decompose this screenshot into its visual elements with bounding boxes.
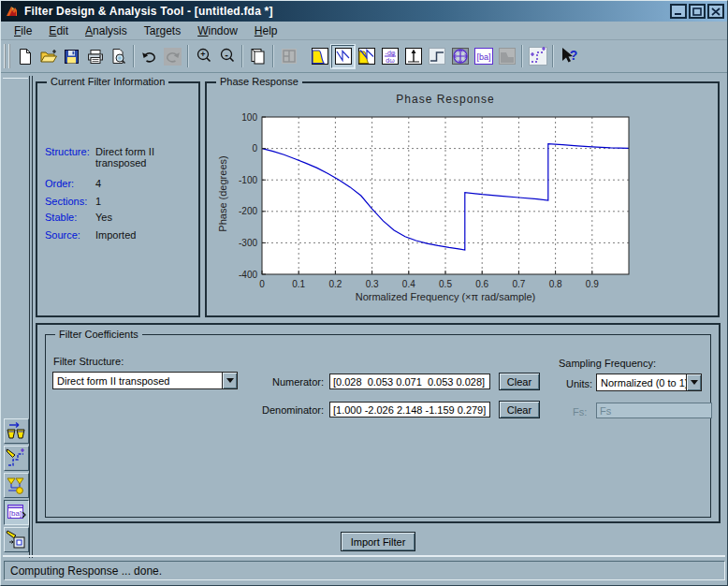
phase-response-chart[interactable]: 00.10.20.30.40.50.60.70.80.91000-100-200…: [228, 113, 659, 300]
svg-text:[ba]: [ba]: [476, 52, 490, 62]
svg-text:?: ?: [569, 48, 577, 63]
sidebar-set-quantization-button[interactable]: [4, 446, 29, 471]
zoom-out-button[interactable]: -: [215, 45, 239, 68]
save-icon: [63, 48, 80, 66]
sidebar-design-filter-button[interactable]: [4, 473, 29, 498]
fs-label: Fs:: [573, 406, 587, 418]
filter-coefficients-groupbox: Filter Coefficients Filter Structure: Di…: [45, 334, 711, 518]
svg-text:0.3: 0.3: [366, 279, 379, 289]
svg-text:[ba]: [ba]: [9, 509, 22, 518]
menu-help[interactable]: Help: [247, 22, 285, 39]
chart-title: Phase Response: [396, 93, 494, 106]
maximize-icon: [692, 7, 702, 16]
matlab-logo-icon: [5, 4, 21, 19]
toolbar-grip[interactable]: [4, 44, 10, 68]
filter-coefficients-title: Filter Coefficients: [55, 329, 142, 340]
current-filter-info-title: Current Filter Information: [47, 76, 168, 87]
svg-text:0.6: 0.6: [475, 279, 488, 289]
close-button[interactable]: [707, 4, 724, 19]
group-delay-button[interactable]: -dφ dω: [378, 45, 401, 68]
menu-targets[interactable]: Targets: [137, 22, 188, 39]
design-filter-icon: [6, 475, 27, 496]
set-quantization-icon: [6, 447, 27, 469]
svg-text:0.8: 0.8: [549, 279, 562, 289]
maximize-button[interactable]: [689, 4, 706, 19]
order-value: 4: [95, 178, 101, 189]
svg-text:0: 0: [252, 143, 257, 154]
denominator-input[interactable]: [329, 402, 490, 418]
svg-text:-400: -400: [239, 270, 257, 280]
filter-structure-label: Filter Structure:: [53, 356, 124, 367]
step-response-button[interactable]: [425, 45, 448, 68]
new-file-icon: [16, 48, 34, 66]
menu-window[interactable]: Window: [190, 22, 245, 39]
save-button[interactable]: [60, 45, 83, 68]
svg-text:100: 100: [241, 112, 257, 123]
filter-structure-dropdown-value: Direct form II transposed: [53, 374, 222, 388]
sidebar-highlight: [3, 78, 28, 79]
coefficients-outer-panel: Filter Coefficients Filter Structure: Di…: [36, 323, 721, 523]
svg-text:-300: -300: [239, 238, 257, 248]
magnitude-phase-response-button[interactable]: [355, 45, 378, 68]
status-text: Computing Response ... done.: [10, 564, 162, 578]
phase-response-panel: Phase Response Phase Response Phase (deg…: [205, 81, 720, 317]
pole-zero-plot-button[interactable]: [448, 45, 472, 68]
sections-label: Sections:: [45, 196, 87, 207]
print-to-figure-icon: [249, 47, 268, 66]
redo-icon: [164, 48, 182, 66]
clear-numerator-button[interactable]: Clear: [499, 373, 540, 390]
zoom-in-button[interactable]: +: [192, 45, 215, 68]
toolbar-separator: [187, 45, 189, 67]
clear-denominator-button[interactable]: Clear: [499, 401, 540, 418]
dropdown-arrow-icon[interactable]: [222, 373, 237, 388]
phase-response-button[interactable]: [331, 45, 355, 68]
open-file-button[interactable]: [36, 45, 60, 68]
menu-bar: File Edit Analysis Targets Window Help: [1, 22, 727, 40]
numerator-input[interactable]: [329, 374, 490, 389]
svg-text:-dφ: -dφ: [385, 50, 395, 57]
sidebar-convert-structure-button[interactable]: [4, 418, 29, 444]
fs-input: [596, 403, 712, 418]
order-label: Order:: [45, 178, 74, 189]
print-button[interactable]: [83, 45, 107, 68]
svg-text:0: 0: [259, 279, 265, 289]
sidebar-import-filter-button[interactable]: [ba]: [4, 500, 29, 525]
print-to-figure-button[interactable]: [246, 45, 269, 68]
menu-edit[interactable]: Edit: [41, 22, 76, 39]
toolbar-separator: [133, 45, 135, 67]
denominator-label: Denominator:: [240, 404, 324, 416]
chart-x-axis-label: Normalized Frequency (×π rad/sample): [356, 291, 536, 302]
sidebar-realize-model-button[interactable]: [4, 527, 29, 552]
window-title: Filter Design & Analysis Tool - [untitle…: [24, 5, 273, 18]
phase-response-icon: [334, 47, 353, 66]
menu-analysis[interactable]: Analysis: [78, 22, 135, 39]
full-view-analysis-button[interactable]: [526, 45, 549, 68]
dropdown-arrow-icon[interactable]: [686, 374, 701, 390]
impulse-response-button[interactable]: [401, 45, 425, 68]
svg-text:0.2: 0.2: [328, 279, 342, 289]
import-filter-button[interactable]: Import Filter: [341, 532, 415, 551]
filter-coefficients-icon: [ba]: [473, 47, 494, 66]
numerator-label: Numerator:: [249, 376, 324, 388]
menu-file[interactable]: File: [7, 22, 39, 39]
title-bar[interactable]: Filter Design & Analysis Tool - [untitle…: [1, 1, 727, 22]
stable-label: Stable:: [45, 212, 77, 223]
undo-button[interactable]: [138, 45, 161, 68]
filter-coefficients-button[interactable]: [ba]: [472, 45, 495, 68]
layout-icon: [280, 47, 298, 66]
magnitude-response-button[interactable]: [308, 45, 331, 68]
new-file-button[interactable]: [13, 45, 36, 68]
status-separator: [3, 555, 725, 557]
units-dropdown[interactable]: Normalized (0 to 1): [596, 374, 702, 391]
minimize-button[interactable]: [670, 4, 687, 19]
svg-text:+: +: [200, 50, 205, 59]
svg-text:0.7: 0.7: [512, 279, 525, 289]
units-dropdown-value: Normalized (0 to 1): [597, 376, 686, 389]
open-folder-icon: [39, 48, 58, 66]
sections-value: 1: [95, 196, 101, 207]
svg-text:0.1: 0.1: [292, 279, 305, 289]
current-filter-info-panel: Current Filter Information Structure: Di…: [36, 81, 200, 317]
filter-structure-dropdown[interactable]: Direct form II transposed: [52, 372, 238, 389]
print-preview-button[interactable]: [107, 45, 130, 68]
help-button[interactable]: ?: [557, 45, 580, 68]
